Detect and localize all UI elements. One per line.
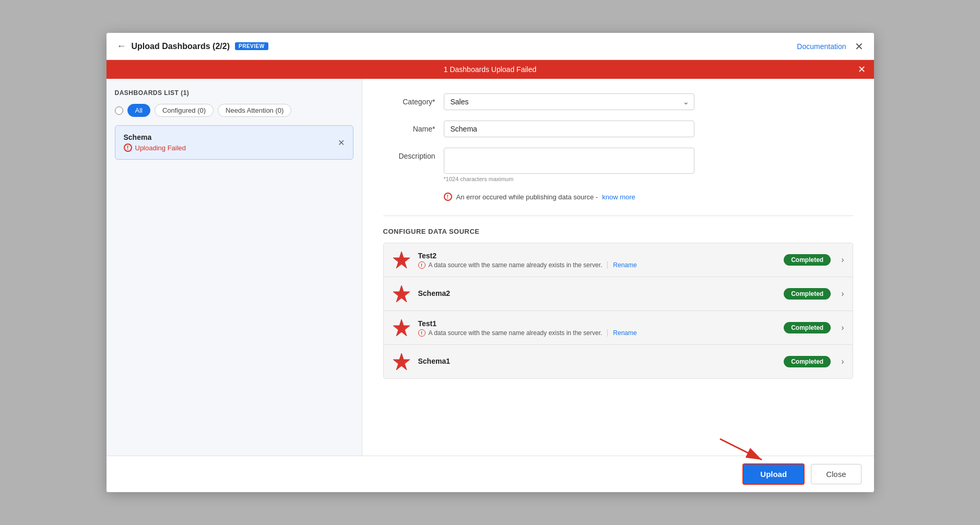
description-textarea[interactable]: [444, 148, 694, 174]
description-hint: *1024 characters maximum: [444, 176, 694, 182]
chevron-right-icon-schema1: ›: [841, 357, 844, 366]
dashboard-card-close-button[interactable]: ✕: [338, 138, 345, 148]
filter-all-button[interactable]: All: [127, 104, 150, 117]
data-source-item[interactable]: Schema1 Completed ›: [384, 345, 853, 378]
ds-info-schema1: Schema1: [418, 357, 777, 367]
error-message-row: ! An error occured while publishing data…: [383, 193, 853, 201]
category-form-group: Category* Sales ⌄: [383, 93, 853, 110]
sidebar-title: DASHBOARDS LIST (1): [115, 89, 353, 97]
dashboard-card-status-text: Uploading Failed: [135, 144, 186, 152]
ds-info-test2: Test2 ! A data source with the same name…: [418, 252, 777, 269]
upload-dashboards-modal: ← Upload Dashboards (2/2) PREVIEW Docume…: [107, 33, 874, 492]
description-form-group: Description *1024 characters maximum: [383, 148, 853, 182]
ds-info-schema2: Schema2: [418, 289, 777, 299]
tableau-icon-test2: [392, 250, 411, 269]
modal-body: DASHBOARDS LIST (1) All Configured (0) N…: [107, 79, 874, 456]
error-message-text: An error occured while publishing data s…: [456, 193, 598, 201]
completed-badge-schema2: Completed: [784, 288, 831, 300]
filter-radio[interactable]: [115, 106, 123, 115]
description-label: Description: [383, 148, 435, 160]
dashboard-card-content: Schema ! Uploading Failed: [124, 133, 186, 152]
data-source-list: Test2 ! A data source with the same name…: [383, 243, 853, 379]
ds-name-test2: Test2: [418, 252, 777, 260]
completed-badge-test1: Completed: [784, 322, 831, 333]
description-col: *1024 characters maximum: [444, 148, 694, 182]
category-select-wrapper: Sales ⌄: [444, 93, 694, 110]
ds-name-schema1: Schema1: [418, 357, 777, 365]
configure-section-title: CONFIGURE DATA SOURCE: [383, 228, 853, 235]
documentation-link[interactable]: Documentation: [797, 42, 846, 51]
dashboard-card[interactable]: Schema ! Uploading Failed ✕: [115, 125, 353, 160]
ds-warning-test2: ! A data source with the same name alrea…: [418, 261, 777, 269]
error-circle-xs-icon: !: [418, 261, 426, 269]
error-circle-sm-icon: !: [444, 193, 452, 201]
ds-name-schema2: Schema2: [418, 289, 777, 297]
modal-title: Upload Dashboards (2/2): [132, 42, 230, 51]
back-button[interactable]: ←: [117, 41, 126, 52]
close-modal-button[interactable]: ✕: [855, 41, 864, 52]
dashboard-card-status: ! Uploading Failed: [124, 144, 186, 152]
tableau-icon-schema1: [392, 352, 411, 371]
error-banner-close-button[interactable]: ✕: [858, 64, 866, 75]
main-content: Category* Sales ⌄ Name* Description: [362, 79, 874, 456]
close-footer-button[interactable]: Close: [811, 464, 861, 484]
data-source-item[interactable]: Test1 ! A data source with the same name…: [384, 311, 853, 345]
name-label: Name*: [383, 121, 435, 133]
header-right: Documentation ✕: [797, 41, 863, 52]
ds-warning-text-test2: A data source with the same name already…: [429, 261, 603, 269]
know-more-link[interactable]: know more: [602, 193, 635, 201]
chevron-right-icon-test2: ›: [841, 255, 844, 265]
rename-link-test2[interactable]: Rename: [607, 261, 636, 269]
error-banner: 1 Dashboards Upload Failed ✕: [107, 60, 874, 79]
tableau-icon-schema2: [392, 284, 411, 303]
name-input[interactable]: [444, 121, 694, 137]
chevron-right-icon-schema2: ›: [841, 289, 844, 299]
modal-header: ← Upload Dashboards (2/2) PREVIEW Docume…: [107, 33, 874, 60]
upload-button[interactable]: Upload: [742, 463, 805, 485]
error-circle-xs-icon-test1: !: [418, 329, 426, 337]
completed-badge-test2: Completed: [784, 254, 831, 266]
ds-warning-test1: ! A data source with the same name alrea…: [418, 329, 777, 337]
completed-badge-schema1: Completed: [784, 356, 831, 367]
tableau-icon-test1: [392, 318, 411, 337]
filter-configured-button[interactable]: Configured (0): [155, 104, 214, 117]
ds-info-test1: Test1 ! A data source with the same name…: [418, 319, 777, 337]
preview-badge: PREVIEW: [235, 42, 268, 50]
ds-warning-text-test1: A data source with the same name already…: [429, 329, 603, 337]
category-select[interactable]: Sales: [444, 93, 694, 110]
chevron-right-icon-test1: ›: [841, 323, 844, 332]
dashboard-card-name: Schema: [124, 133, 186, 141]
divider: [383, 216, 853, 216]
filter-tabs: All Configured (0) Needs Attention (0): [115, 104, 353, 117]
ds-name-test1: Test1: [418, 319, 777, 328]
error-circle-icon: !: [124, 144, 132, 152]
category-label: Category*: [383, 93, 435, 106]
modal-backdrop: ← Upload Dashboards (2/2) PREVIEW Docume…: [0, 0, 980, 525]
name-form-group: Name*: [383, 121, 853, 137]
filter-needs-attention-button[interactable]: Needs Attention (0): [218, 104, 291, 117]
data-source-item[interactable]: Test2 ! A data source with the same name…: [384, 243, 853, 277]
modal-footer: Upload Close: [107, 456, 874, 492]
data-source-item[interactable]: Schema2 Completed ›: [384, 277, 853, 311]
rename-link-test1[interactable]: Rename: [607, 329, 636, 337]
error-banner-text: 1 Dashboards Upload Failed: [444, 65, 536, 74]
header-left: ← Upload Dashboards (2/2) PREVIEW: [117, 41, 268, 52]
sidebar: DASHBOARDS LIST (1) All Configured (0) N…: [107, 79, 362, 456]
